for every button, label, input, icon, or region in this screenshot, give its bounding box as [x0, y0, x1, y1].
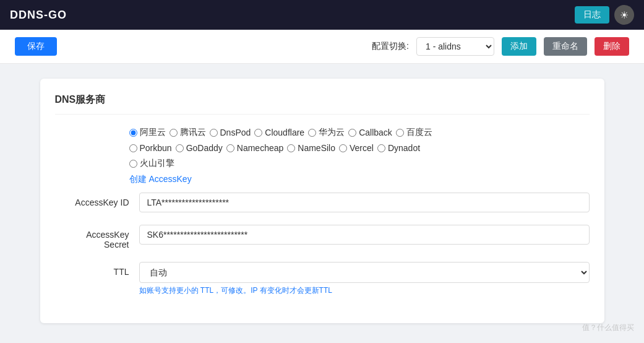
- accesskey-secret-input[interactable]: [139, 225, 590, 245]
- radio-huawei[interactable]: 华为云: [308, 127, 345, 138]
- save-button[interactable]: 保存: [15, 37, 57, 56]
- radio-dnspod[interactable]: DnsPod: [210, 128, 251, 137]
- dns-providers-section: 阿里云 腾讯云 DnsPod Cloudflare: [55, 127, 590, 185]
- accesskey-id-label: AccessKey ID: [55, 193, 129, 207]
- ttl-label: TTL: [55, 262, 129, 277]
- radio-namecheap[interactable]: Namecheap: [226, 143, 284, 153]
- header-actions: 日志 ☀: [575, 5, 634, 25]
- ttl-field-wrap: 自动6012030060018003600 如账号支持更小的 TTL，可修改。I…: [139, 262, 590, 296]
- provider-row-3: 火山引擎: [129, 158, 590, 169]
- rename-button[interactable]: 重命名: [544, 37, 587, 56]
- app-logo: DDNS-GO: [10, 9, 67, 22]
- config-select[interactable]: 1 - alidns2 - config2: [416, 37, 494, 56]
- toolbar: 保存 配置切换: 1 - alidns2 - config2 添加 重命名 删除: [0, 30, 644, 64]
- main-content: DNS服务商 阿里云 腾讯云 DnsPod: [25, 64, 619, 338]
- radio-dynadot[interactable]: Dynadot: [377, 143, 420, 153]
- radio-vercel[interactable]: Vercel: [339, 143, 374, 153]
- dns-providers: 阿里云 腾讯云 DnsPod Cloudflare: [129, 127, 590, 185]
- section-title: DNS服务商: [55, 93, 590, 115]
- ttl-row: TTL 自动6012030060018003600 如账号支持更小的 TTL，可…: [55, 262, 590, 296]
- radio-callback[interactable]: Callback: [348, 128, 392, 137]
- create-accesskey-wrap: 创建 AccessKey: [129, 174, 590, 185]
- theme-button[interactable]: ☀: [614, 5, 634, 25]
- watermark: 值？什么值得买: [582, 323, 634, 333]
- config-switch-label: 配置切换:: [372, 41, 409, 52]
- accesskey-secret-label: AccessKey Secret: [55, 225, 129, 250]
- accesskey-id-input[interactable]: [139, 193, 590, 212]
- radio-baidu[interactable]: 百度云: [396, 127, 432, 138]
- create-accesskey-link[interactable]: 创建 AccessKey: [129, 174, 192, 184]
- radio-cloudflare[interactable]: Cloudflare: [254, 128, 304, 137]
- radio-godaddy[interactable]: GoDaddy: [176, 143, 223, 153]
- provider-row-1: 阿里云 腾讯云 DnsPod Cloudflare: [129, 127, 590, 138]
- radio-aliyun[interactable]: 阿里云: [129, 127, 166, 138]
- radio-porkbun[interactable]: Porkbun: [129, 143, 172, 153]
- theme-icon: ☀: [620, 9, 629, 21]
- radio-huoshan[interactable]: 火山引擎: [129, 158, 174, 169]
- accesskey-id-row: AccessKey ID: [55, 193, 590, 212]
- log-button[interactable]: 日志: [575, 6, 609, 24]
- dns-card: DNS服务商 阿里云 腾讯云 DnsPod: [40, 79, 604, 323]
- header: DDNS-GO 日志 ☀: [0, 0, 644, 30]
- accesskey-secret-row: AccessKey Secret: [55, 225, 590, 250]
- add-button[interactable]: 添加: [502, 37, 536, 56]
- radio-namesilo[interactable]: NameSilo: [287, 143, 335, 153]
- ttl-hint: 如账号支持更小的 TTL，可修改。IP 有变化时才会更新TTL: [139, 285, 590, 296]
- delete-button[interactable]: 删除: [595, 37, 629, 56]
- provider-row-2: Porkbun GoDaddy Namecheap NameSilo: [129, 143, 590, 153]
- radio-tencent[interactable]: 腾讯云: [170, 127, 206, 138]
- ttl-select[interactable]: 自动6012030060018003600: [139, 262, 590, 283]
